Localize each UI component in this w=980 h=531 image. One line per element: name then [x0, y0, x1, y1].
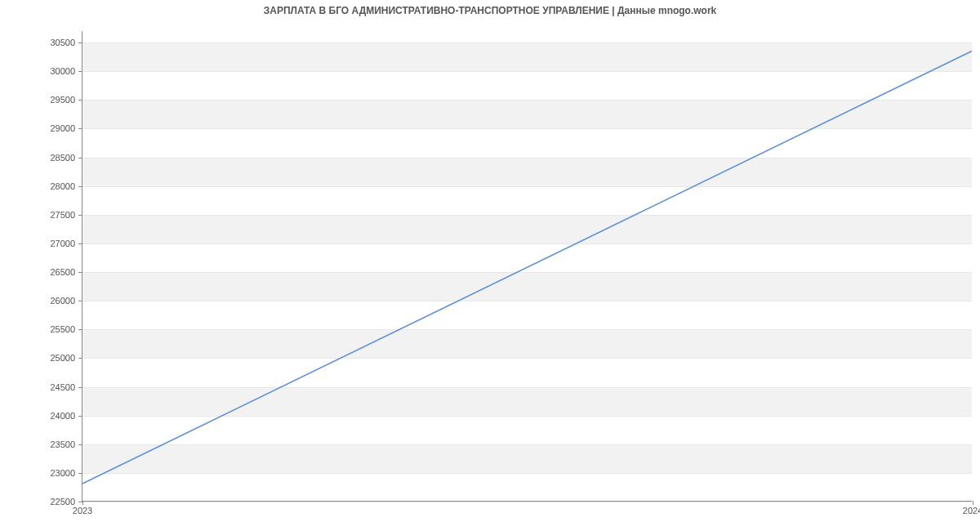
line-series	[82, 31, 972, 501]
x-tick	[82, 501, 83, 505]
y-axis-label: 22500	[10, 497, 75, 506]
y-tick	[78, 243, 82, 244]
y-axis-label: 23000	[10, 468, 75, 478]
y-tick	[78, 186, 82, 187]
chart-title: ЗАРПЛАТА В БГО АДМИНИСТРАТИВНО-ТРАНСПОРТ…	[0, 5, 980, 16]
y-tick	[78, 473, 82, 474]
y-axis-label: 29500	[10, 95, 75, 105]
y-axis-label: 30500	[10, 38, 75, 47]
y-axis-label: 30000	[10, 66, 75, 76]
y-tick	[78, 42, 82, 43]
y-tick	[78, 100, 82, 100]
y-axis-label: 28500	[10, 153, 75, 163]
grid-line	[82, 502, 972, 502]
y-axis-label: 23500	[10, 440, 75, 449]
x-axis-label: 2024	[963, 506, 980, 515]
y-axis-label: 26000	[10, 296, 75, 306]
y-axis-label: 27000	[10, 239, 75, 248]
y-tick	[78, 329, 82, 330]
y-tick	[78, 158, 82, 158]
plot-area: 20232024	[82, 31, 972, 502]
y-tick	[78, 128, 82, 129]
y-axis-label: 28000	[10, 181, 75, 191]
y-axis-label: 27500	[10, 210, 75, 220]
y-axis-label: 26500	[10, 267, 75, 277]
y-tick	[78, 272, 82, 273]
y-tick	[78, 301, 82, 301]
y-tick	[78, 416, 82, 417]
y-axis-label: 24000	[10, 411, 75, 421]
y-tick	[78, 358, 82, 359]
y-tick	[78, 444, 82, 445]
y-tick	[78, 215, 82, 216]
y-tick	[78, 71, 82, 72]
y-axis-label: 24500	[10, 382, 75, 392]
x-tick	[973, 501, 973, 505]
data-line	[82, 51, 972, 484]
y-axis-label: 25500	[10, 324, 75, 334]
chart-container: ЗАРПЛАТА В БГО АДМИНИСТРАТИВНО-ТРАНСПОРТ…	[0, 0, 980, 531]
y-axis-label: 25000	[10, 353, 75, 363]
y-axis-label: 29000	[10, 123, 75, 133]
y-tick	[78, 387, 82, 388]
x-axis-label: 2023	[73, 506, 92, 515]
